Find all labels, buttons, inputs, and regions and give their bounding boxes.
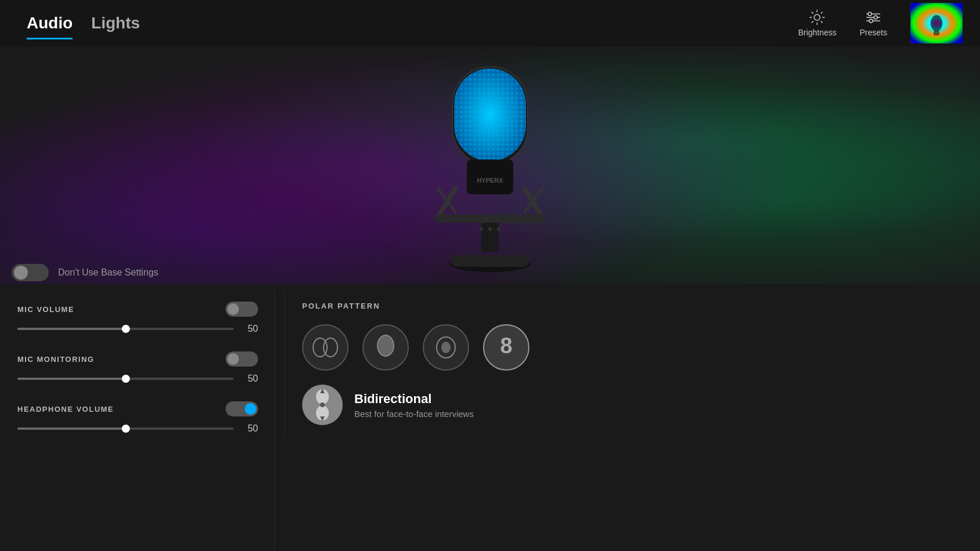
mic-volume-value: 50 (241, 324, 258, 334)
headphone-volume-header: HEADPHONE VOLUME (17, 401, 258, 416)
svg-line-8 (812, 21, 814, 23)
headphone-volume-slider[interactable] (17, 427, 234, 430)
mic-volume-toggle[interactable] (226, 302, 258, 317)
headphone-volume-row: HEADPHONE VOLUME 50 (17, 401, 258, 434)
svg-point-16 (931, 15, 942, 31)
headphone-volume-toggle[interactable] (226, 401, 258, 416)
svg-line-5 (812, 12, 814, 14)
svg-point-14 (869, 19, 873, 23)
svg-rect-32 (451, 255, 529, 267)
mic-monitoring-slider-row: 50 (17, 374, 258, 384)
polar-patterns-row: 8 (302, 324, 818, 371)
svg-text:HYPERX: HYPERX (477, 177, 503, 184)
svg-rect-22 (454, 68, 526, 161)
base-settings-toggle[interactable] (12, 264, 49, 281)
mic-volume-thumb[interactable] (122, 325, 130, 333)
microphone: HYPERX (403, 49, 577, 281)
mic-monitoring-label: MIC MONITORING (17, 355, 95, 364)
preset-thumbnail-svg (910, 3, 963, 44)
svg-point-12 (868, 12, 872, 16)
svg-point-0 (814, 14, 820, 20)
omni-icon (431, 333, 460, 362)
polar-pattern-bidirectional[interactable]: 8 (483, 324, 529, 371)
polar-description: Bidirectional Best for face-to-face inte… (302, 385, 818, 425)
mic-volume-slider-row: 50 (17, 324, 258, 334)
polar-pattern-omni[interactable] (423, 324, 469, 371)
presets-control[interactable]: Presets (860, 9, 887, 37)
svg-point-37 (324, 338, 337, 357)
bidirectional-icon: 8 (492, 333, 521, 362)
stereo-icon (311, 333, 340, 362)
headphone-volume-label: HEADPHONE VOLUME (17, 405, 114, 414)
base-settings-row: Don't Use Base Settings (12, 264, 158, 281)
svg-line-7 (821, 12, 823, 14)
svg-point-34 (488, 227, 492, 231)
mic-monitoring-fill (17, 378, 126, 380)
svg-point-46 (320, 403, 325, 407)
mic-monitoring-thumb[interactable] (122, 375, 130, 383)
brightness-label: Brightness (798, 28, 836, 37)
bidirectional-desc-icon (305, 387, 340, 422)
svg-line-6 (821, 21, 823, 23)
brightness-control[interactable]: Brightness (798, 9, 836, 37)
mic-monitoring-row: MIC MONITORING 50 (17, 351, 258, 384)
mic-volume-slider[interactable] (17, 328, 234, 330)
mic-monitoring-value: 50 (241, 374, 258, 384)
mic-volume-fill (17, 328, 126, 330)
base-settings-label: Don't Use Base Settings (58, 267, 158, 278)
headphone-volume-thumb[interactable] (122, 425, 130, 433)
mic-monitoring-toggle[interactable] (226, 351, 258, 367)
presets-icon (865, 9, 881, 26)
svg-text:8: 8 (500, 334, 512, 358)
header: Audio Lights Brightness (0, 0, 980, 46)
svg-point-33 (480, 227, 483, 231)
preset-thumbnail[interactable] (910, 3, 963, 44)
svg-point-13 (874, 16, 877, 19)
mic-svg: HYPERX (403, 49, 577, 281)
presets-label: Presets (860, 28, 887, 37)
polar-selected-icon (302, 385, 343, 425)
polar-text: Bidirectional Best for face-to-face inte… (354, 392, 474, 419)
svg-rect-29 (435, 215, 545, 223)
svg-point-40 (441, 342, 451, 353)
mic-monitoring-header: MIC MONITORING (17, 351, 258, 367)
mic-volume-label: MIC VOLUME (17, 305, 74, 314)
svg-rect-30 (481, 223, 499, 252)
left-panel: MIC VOLUME 50 MIC MONITORING 50 HEADPH (0, 290, 275, 463)
headphone-volume-value: 50 (241, 423, 258, 434)
mic-volume-header: MIC VOLUME (17, 302, 258, 317)
svg-point-38 (378, 335, 394, 356)
tab-lights[interactable]: Lights (82, 9, 149, 37)
polar-pattern-panel: POLAR PATTERN 8 (284, 290, 835, 437)
polar-selected-desc: Best for face-to-face interviews (354, 409, 474, 419)
mic-monitoring-slider[interactable] (17, 378, 234, 380)
mic-volume-row: MIC VOLUME 50 (17, 302, 258, 334)
tab-audio[interactable]: Audio (17, 9, 82, 37)
cardioid-icon (371, 333, 400, 362)
polar-pattern-title: POLAR PATTERN (302, 302, 818, 310)
headphone-volume-fill (17, 427, 126, 430)
polar-pattern-cardioid[interactable] (362, 324, 409, 371)
svg-point-35 (497, 227, 500, 231)
brightness-icon (809, 9, 825, 26)
headphone-volume-slider-row: 50 (17, 423, 258, 434)
polar-pattern-stereo[interactable] (302, 324, 349, 371)
svg-rect-17 (934, 31, 939, 35)
polar-selected-name: Bidirectional (354, 392, 474, 407)
header-right: Brightness Presets (798, 3, 963, 44)
